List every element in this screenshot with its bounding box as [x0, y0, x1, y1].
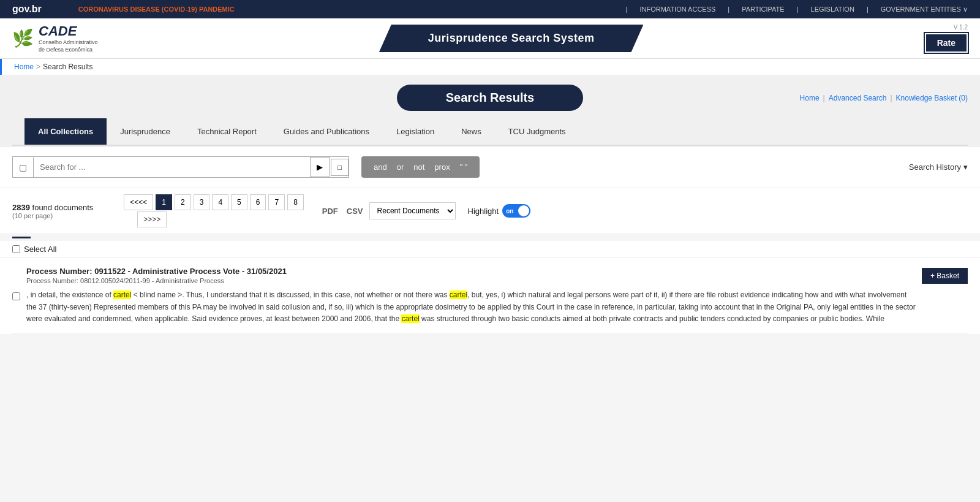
- op-and-button[interactable]: and: [370, 161, 391, 173]
- search-clear-button[interactable]: □: [331, 159, 349, 176]
- header-logo: 🌿 CADE Conselho Administrativode Defesa …: [12, 23, 98, 53]
- breadcrumb-current: Search Results: [43, 63, 92, 71]
- op-prox-button[interactable]: prox: [431, 161, 453, 173]
- result-content: Process Number: 0911522 - Administrative…: [26, 267, 916, 325]
- breadcrumb-separator: >: [36, 63, 40, 71]
- page-1-button[interactable]: 1: [156, 194, 172, 210]
- logo-subtitle: Conselho Administrativode Defesa Econômi…: [39, 39, 98, 53]
- highlight-label: Highlight: [468, 207, 499, 216]
- op-not-button[interactable]: not: [410, 161, 428, 173]
- nav-government-entities[interactable]: GOVERNMENT ENTITIES ∨: [881, 6, 968, 13]
- operator-buttons: and or not prox " ": [361, 156, 480, 178]
- toggle-knob: [518, 205, 529, 216]
- tab-legislation[interactable]: Legislation: [383, 118, 448, 145]
- nav-separator-3: |: [797, 6, 799, 13]
- sort-select[interactable]: Recent Documents: [369, 202, 456, 219]
- search-submit-button[interactable]: ▶: [310, 157, 330, 177]
- page-2-button[interactable]: 2: [175, 194, 191, 210]
- csv-export-button[interactable]: CSV: [347, 207, 363, 216]
- pagination-container: <<<< 1 2 3 4 5 6 7 8 >>>>: [111, 194, 304, 227]
- pdf-export-button[interactable]: PDF: [322, 207, 338, 216]
- nav-separator-1: |: [626, 6, 628, 13]
- sr-title-row: Search Results Home | Advanced Search | …: [12, 85, 968, 111]
- version-label: V 1.2: [954, 24, 968, 31]
- page-8-button[interactable]: 8: [287, 194, 304, 210]
- found-count: 2839: [12, 203, 30, 212]
- tab-technical-report[interactable]: Technical Report: [184, 118, 270, 145]
- pagination-top: <<<< 1 2 3 4 5 6 7 8: [124, 194, 304, 210]
- search-box: ▢ ▶ □: [12, 156, 349, 178]
- table-row: Process Number: 0911522 - Administrative…: [12, 258, 968, 334]
- search-icon: ▢: [13, 158, 34, 177]
- tab-jurisprudence[interactable]: Jurisprudence: [107, 118, 184, 145]
- op-or-button[interactable]: or: [393, 161, 408, 173]
- divider-line: [12, 237, 31, 238]
- header-bar: 🌿 CADE Conselho Administrativode Defesa …: [0, 18, 980, 59]
- logo-cade[interactable]: CADE: [39, 23, 98, 39]
- breadcrumb: Home > Search Results: [0, 59, 980, 75]
- header-right: V 1.2 Rate: [925, 24, 968, 53]
- search-history-label: Search History: [909, 162, 961, 172]
- highlight-on-label: on: [506, 208, 513, 215]
- page-4-button[interactable]: 4: [212, 194, 228, 210]
- covid-link[interactable]: CORONAVIRUS DISEASE (COVID-19) PANDEMIC: [78, 6, 235, 13]
- sr-nav-links: Home | Advanced Search | Knowledge Baske…: [800, 94, 968, 102]
- nav-separator-2: |: [728, 6, 729, 13]
- highlight-cartel-2: cartel: [450, 291, 467, 299]
- search-history-button[interactable]: Search History ▾: [909, 162, 968, 172]
- page-7-button[interactable]: 7: [268, 194, 285, 210]
- gov-bar: gov.br CORONAVIRUS DISEASE (COVID-19) PA…: [0, 0, 980, 18]
- page-next-button[interactable]: >>>>: [137, 211, 167, 227]
- search-bar-area: ▢ ▶ □ and or not prox " " Search History…: [0, 146, 980, 188]
- pagination-bottom: >>>>: [137, 211, 304, 227]
- search-history-chevron-icon: ▾: [963, 162, 968, 172]
- select-all-label[interactable]: Select All: [24, 245, 56, 254]
- page-6-button[interactable]: 6: [250, 194, 266, 210]
- collection-tabs: All Collections Jurisprudence Technical …: [12, 118, 968, 146]
- page-first-button[interactable]: <<<<: [124, 194, 153, 210]
- sr-nav-advanced-search[interactable]: Advanced Search: [829, 94, 887, 102]
- results-list: Process Number: 0911522 - Administrative…: [0, 258, 980, 334]
- tab-guides-publications[interactable]: Guides and Publications: [270, 118, 383, 145]
- highlight-cartel-1: cartel: [113, 291, 131, 299]
- nav-separator-4: |: [867, 6, 869, 13]
- nav-information-access[interactable]: INFORMATION ACCESS: [639, 6, 715, 13]
- result-text: , in detail, the existence of cartel < b…: [26, 289, 916, 325]
- logo-icon: 🌿: [12, 28, 34, 48]
- sr-nav-knowledge-basket[interactable]: Knowledge Basket (0): [896, 94, 968, 102]
- nav-legislation[interactable]: LEGISLATION: [811, 6, 854, 13]
- header-title: Jurisprudence Search System: [379, 25, 644, 52]
- per-page-label: (10 per page): [12, 212, 93, 219]
- gov-nav: | INFORMATION ACCESS | PARTICIPATE | LEG…: [626, 6, 968, 13]
- add-to-basket-button[interactable]: + Basket: [922, 268, 968, 284]
- tab-news[interactable]: News: [448, 118, 495, 145]
- tab-tcu-judgments[interactable]: TCU Judgments: [495, 118, 579, 145]
- op-quote-button[interactable]: " ": [456, 161, 472, 173]
- select-all-bar: Select All: [0, 241, 980, 258]
- sr-title: Search Results: [397, 85, 584, 111]
- sr-nav-home[interactable]: Home: [800, 94, 820, 102]
- found-label: found documents: [32, 203, 94, 212]
- rate-button[interactable]: Rate: [925, 33, 968, 53]
- header-title-block: Jurisprudence Search System: [98, 25, 925, 52]
- result-checkbox[interactable]: [12, 268, 20, 325]
- nav-participate[interactable]: PARTICIPATE: [742, 6, 784, 13]
- search-results-header: Search Results Home | Advanced Search | …: [0, 75, 980, 146]
- highlight-toggle: Highlight on: [468, 204, 531, 218]
- gov-brand[interactable]: gov.br: [12, 4, 42, 15]
- breadcrumb-home[interactable]: Home: [14, 63, 34, 71]
- highlight-cartel-3: cartel: [401, 314, 419, 323]
- result-title[interactable]: Process Number: 0911522 - Administrative…: [26, 267, 916, 276]
- result-subtitle: Process Number: 08012.005024/2011-99 - A…: [26, 277, 916, 284]
- select-all-checkbox[interactable]: [12, 245, 20, 253]
- page-3-button[interactable]: 3: [194, 194, 210, 210]
- page-5-button[interactable]: 5: [231, 194, 247, 210]
- found-docs: 2839 found documents (10 per page): [12, 203, 93, 219]
- tab-all-collections[interactable]: All Collections: [24, 118, 107, 145]
- search-input[interactable]: [34, 158, 310, 177]
- results-controls: 2839 found documents (10 per page) <<<< …: [0, 188, 980, 234]
- highlight-toggle-switch[interactable]: on: [502, 204, 530, 218]
- export-buttons: PDF CSV: [322, 207, 363, 216]
